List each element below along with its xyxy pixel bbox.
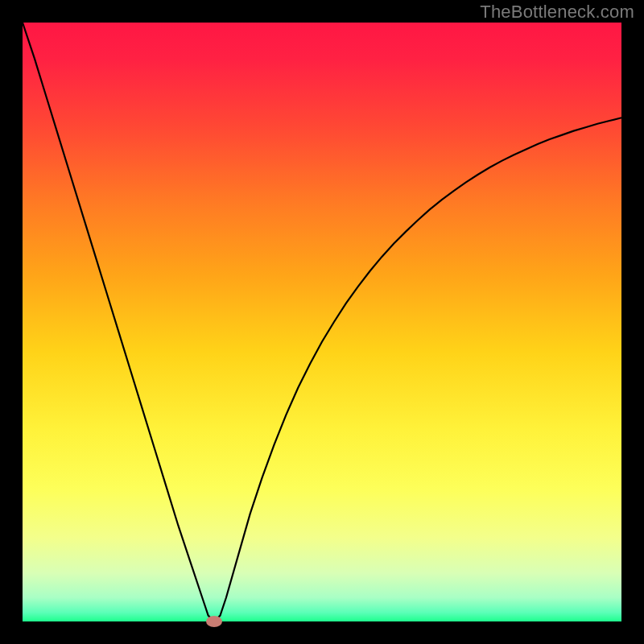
watermark-text: TheBottleneck.com	[480, 2, 634, 23]
minimum-marker	[206, 616, 222, 627]
chart-frame: TheBottleneck.com	[0, 0, 644, 644]
chart-curve-layer	[23, 23, 621, 621]
plot-area	[23, 23, 621, 621]
bottleneck-curve	[23, 23, 621, 621]
